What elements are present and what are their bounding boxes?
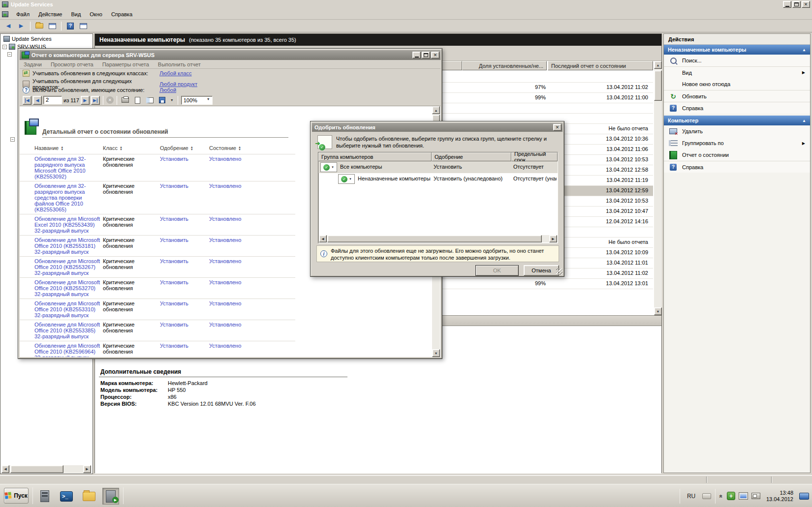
action-item[interactable]: Новое окно отсюда ▶ [664,78,810,90]
next-page-icon[interactable]: ▶ [81,96,90,105]
sort-icon[interactable]: ▲▼ [61,146,63,151]
tree-horizontal-scrollbar[interactable]: ◀ ▶ [1,465,91,473]
dialog-title-bar[interactable]: Одобрить обновления ✕ [312,123,562,132]
scroll-left-icon[interactable]: ◀ [319,235,327,242]
network-tray-icon[interactable] [751,493,760,499]
update-approval-link[interactable]: Установить [160,183,207,212]
tree-item-update-services[interactable]: Update Services [2,35,53,43]
show-action-pane-icon[interactable] [78,21,89,31]
update-services-taskbar-icon[interactable] [102,488,119,505]
update-approval-link[interactable]: Установить [160,156,207,179]
update-approval-link[interactable]: Установить [160,216,207,234]
group-row[interactable]: ✓ ▼ Все компьютеры Установить Отсутствуе… [318,161,558,173]
scroll-up-icon[interactable]: ▲ [654,61,662,69]
update-name-link[interactable]: Обновление для Microsoft Office 2010 (KB… [34,322,100,339]
menu-window[interactable]: Окно [86,10,106,19]
last-page-icon[interactable]: ▶| [91,96,100,105]
filter-link-any-class[interactable]: Любой класс [159,70,192,76]
update-approval-link[interactable]: Установить [160,300,207,318]
language-indicator[interactable]: RU [684,491,698,502]
wsus-tray-icon[interactable]: + [727,492,735,500]
cancel-button[interactable]: Отмена [524,265,559,276]
close-button[interactable]: ✕ [431,52,439,59]
actions-section-header-computers[interactable]: Неназначенные компьютеры ▲ [664,45,810,55]
groups-horizontal-scrollbar[interactable]: ◀ ▶ [319,235,557,242]
update-approval-link[interactable]: Установить [160,279,207,297]
minimize-button[interactable] [412,52,421,59]
action-item[interactable]: Справка ▶ [664,102,810,114]
zoom-select[interactable]: 100% ▼ [181,96,213,105]
column-header-approval[interactable]: Одобрение [432,152,511,161]
console-menu-icon[interactable] [2,11,8,17]
action-item[interactable]: Группировать по ▶ [664,137,810,149]
scroll-right-icon[interactable]: ▶ [549,235,557,242]
update-name-link[interactable]: Обновление для Microsoft Office 2010 (KB… [34,258,100,276]
scrollbar-thumb[interactable] [10,465,63,473]
explorer-icon[interactable] [81,488,97,505]
update-name-link[interactable]: Обновление для 32-разрядного выпуска Mic… [34,156,100,179]
close-button[interactable]: ✕ [553,124,562,131]
update-name-link[interactable]: Обновление для Microsoft Office 2010 (KB… [34,279,100,297]
powershell-icon[interactable]: >_ [58,488,75,505]
update-name-link[interactable]: Обновление для 32-разрядного выпуска сре… [34,183,100,212]
first-page-icon[interactable]: |◀ [23,96,31,105]
report-menu-tasks[interactable]: Задачи [20,60,46,68]
action-item[interactable]: Поиск... ▶ [664,55,810,66]
column-header-class[interactable]: Класс▲▼ [103,145,158,151]
scroll-up-icon[interactable]: ▲ [432,106,440,114]
maximize-button[interactable] [792,1,801,8]
filter-link-any-status[interactable]: Любой [159,87,176,93]
column-header-name[interactable]: Название▲▼ [34,145,100,151]
action-item[interactable]: Справка ▶ [664,161,810,173]
export-list-icon[interactable] [34,21,45,31]
scroll-down-icon[interactable]: ▼ [432,349,440,357]
scrollbar-thumb[interactable] [654,70,662,101]
show-hidden-icons-chevron[interactable]: « [718,494,725,498]
update-approval-link[interactable]: Установить [160,343,207,357]
main-title-bar[interactable]: Update Services ✕ [0,0,812,9]
approval-dropdown-button[interactable]: ✓ ▼ [320,162,337,172]
column-header-approval[interactable]: Одобрение▲▼ [160,145,207,151]
action-item[interactable]: Удалить ▶ [664,125,810,137]
approval-dropdown-button[interactable]: ✓ ▼ [338,174,355,184]
column-header-installed[interactable]: Доля установленных/не... [462,61,547,70]
show-desktop-icon[interactable] [799,493,809,500]
sort-icon[interactable]: ▲▼ [190,146,193,151]
display-tray-icon[interactable] [739,493,748,499]
start-button[interactable]: Пуск [4,488,29,504]
scroll-right-icon[interactable]: ▶ [83,465,91,473]
column-header-state[interactable]: Состояние▲▼ [209,145,263,151]
scroll-left-icon[interactable]: ◀ [1,465,9,473]
maximize-button[interactable] [422,52,430,59]
update-name-link[interactable]: Обновление для Microsoft Office 2010 (KB… [34,237,100,255]
back-icon[interactable]: ◀ [3,21,14,31]
stop-refresh-icon[interactable]: ✕ [106,96,114,104]
column-header-group[interactable]: Группа компьютеров [318,152,432,161]
update-approval-link[interactable]: Установить [160,258,207,276]
export-save-icon[interactable] [157,95,168,105]
group-row[interactable]: ✓ ▼ Неназначенные компьютеры Установить … [318,173,558,185]
taskbar-clock[interactable]: 13:48 13.04.2012 [764,490,795,503]
update-approval-link[interactable]: Установить [160,237,207,255]
action-item[interactable]: Отчет о состоянии ▶ [664,149,810,161]
server-manager-icon[interactable] [36,488,53,505]
scroll-down-icon[interactable]: ▼ [654,307,662,315]
report-menu-view-report[interactable]: Просмотр отчета [47,60,97,68]
action-item[interactable]: Вид ▶ [664,66,810,78]
column-header-deadline[interactable]: Предельный срок [511,152,558,161]
print-icon[interactable] [120,95,131,105]
update-name-link[interactable]: Обновление для Microsoft Office 2010 (KB… [34,343,100,357]
update-name-link[interactable]: Обновление для Microsoft Office 2010 (KB… [34,300,100,318]
print-layout-icon[interactable] [132,95,143,105]
action-item[interactable]: Обновить ▶ [664,90,810,102]
page-setup-icon[interactable] [145,95,156,105]
menu-help[interactable]: Справка [107,10,136,19]
sort-icon[interactable]: ▲▼ [120,146,123,151]
keyboard-icon[interactable] [702,493,711,499]
help-icon[interactable]: ? [65,21,76,31]
update-approval-link[interactable]: Установить [160,322,207,339]
show-hide-console-tree-icon[interactable] [47,21,58,31]
actions-section-header-computer[interactable]: Компьютер ▲ [664,116,810,125]
resize-grip[interactable] [556,268,562,275]
prev-page-icon[interactable]: ◀ [33,96,42,105]
